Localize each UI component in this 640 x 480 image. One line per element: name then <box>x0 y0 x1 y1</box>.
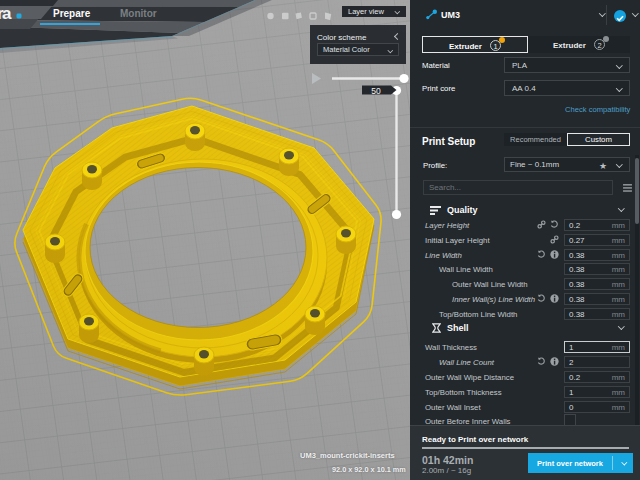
svg-text:Monitor: Monitor <box>120 8 157 19</box>
svg-text:50: 50 <box>371 86 381 96</box>
svg-text:Prepare: Prepare <box>53 8 91 19</box>
